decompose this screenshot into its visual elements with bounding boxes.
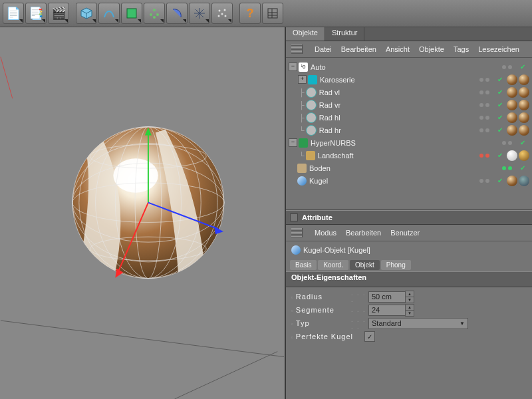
svg-rect-16 (268, 9, 277, 18)
phong-tag-icon[interactable] (519, 176, 529, 186)
attribute-header: Attribute (286, 210, 532, 225)
tool-particle-icon[interactable] (211, 3, 233, 24)
visibility-icon[interactable]: ✔ (497, 152, 503, 159)
svg-point-6 (153, 16, 156, 19)
tool-spline-icon[interactable] (98, 3, 120, 24)
svg-point-13 (221, 13, 223, 15)
tool-renderqueue-icon[interactable]: 🎬 (48, 3, 69, 24)
cylinder-icon (306, 100, 317, 110)
tree-item-rad-hr[interactable]: Rad hr (319, 126, 475, 134)
stepper-radius[interactable]: ▲▼ (405, 291, 414, 303)
expand-icon[interactable]: + (298, 75, 307, 84)
attr-menu-user[interactable]: Benutzer (390, 229, 420, 237)
svg-point-3 (153, 9, 156, 11)
svg-line-22 (175, 352, 278, 399)
visibility-icon[interactable]: ✔ (497, 126, 503, 134)
sphere-icon (297, 176, 307, 186)
field-radius[interactable]: 50 cm (368, 291, 405, 303)
svg-point-11 (219, 10, 221, 12)
tool-render-icon[interactable]: 📄 (3, 3, 24, 24)
landscape-icon (306, 151, 315, 160)
panel-tab-row: Objekte Struktur (286, 27, 532, 41)
main-toolbar: 📄 📑 🎬 ? (0, 0, 532, 27)
viewport[interactable] (0, 27, 286, 399)
right-panel: Objekte Struktur Datei Bearbeiten Ansich… (286, 27, 532, 399)
hypernurbs-icon (299, 138, 308, 148)
subtab-objekt[interactable]: Objekt (350, 260, 380, 270)
select-type[interactable]: Standard▼ (368, 318, 468, 329)
tree-item-auto[interactable]: Auto (311, 63, 498, 71)
visibility-icon[interactable]: ✔ (520, 164, 525, 172)
material-tag-icon[interactable] (519, 74, 529, 85)
properties-panel: Radius. . . . 50 cm ▲▼ Segmente. . . 24 … (286, 287, 532, 399)
objects-menu: Datei Bearbeiten Ansicht Objekte Tags Le… (286, 41, 532, 58)
tool-scene-icon[interactable] (189, 3, 210, 24)
material-tag-icon[interactable] (519, 125, 529, 136)
tool-nurbs-icon[interactable] (121, 3, 142, 24)
checkbox-perfect-sphere[interactable]: ✓ (364, 331, 375, 342)
subtab-koord[interactable]: Koord. (318, 260, 348, 270)
tool-array-icon[interactable] (144, 3, 165, 24)
null-icon: ¹0 (299, 63, 308, 72)
attribute-subtabs: Basis Koord. Objekt Phong (286, 259, 532, 271)
subtab-basis[interactable]: Basis (290, 260, 317, 270)
menu-tags[interactable]: Tags (454, 45, 469, 53)
visibility-icon[interactable]: ✔ (497, 76, 503, 83)
svg-rect-2 (127, 9, 136, 18)
svg-point-4 (150, 13, 152, 16)
tree-item-landschaft[interactable]: Landschaft (318, 152, 475, 160)
polygon-icon (308, 75, 317, 84)
menu-bookmarks[interactable]: Lesezeichen (478, 45, 519, 53)
panel-grip-icon[interactable] (291, 228, 303, 237)
attr-menu-edit[interactable]: Bearbeiten (346, 229, 381, 237)
material-tag-icon[interactable] (507, 112, 517, 123)
tree-item-rad-vl[interactable]: Rad vl (319, 88, 475, 96)
subtab-phong[interactable]: Phong (381, 260, 411, 270)
svg-point-5 (156, 13, 159, 16)
stepper-segments[interactable]: ▲▼ (405, 304, 414, 317)
menu-view[interactable]: Ansicht (386, 45, 410, 53)
tool-renderregion-icon[interactable]: 📑 (25, 3, 47, 24)
tree-item-rad-vr[interactable]: Rad vr (319, 101, 475, 109)
expand-icon[interactable]: − (289, 63, 297, 71)
cylinder-icon (306, 87, 317, 98)
object-tree[interactable]: −¹0Auto✔ +Karosserie✔ ├Rad vl✔ ├Rad vr✔ … (286, 58, 532, 210)
label-segments: Segmente (291, 306, 351, 314)
tab-structure[interactable]: Struktur (325, 27, 365, 41)
material-tag-icon[interactable] (507, 125, 517, 136)
tool-help-icon[interactable]: ? (239, 3, 261, 24)
material-tag-icon[interactable] (507, 74, 517, 85)
material-tag-icon[interactable] (507, 100, 517, 110)
material-tag-icon[interactable] (507, 87, 517, 98)
tab-objects[interactable]: Objekte (286, 27, 325, 41)
visibility-icon[interactable]: ✔ (520, 139, 525, 146)
visibility-icon[interactable]: ✔ (497, 101, 503, 108)
visibility-icon[interactable]: ✔ (497, 177, 503, 184)
tool-deformer-icon[interactable] (166, 3, 188, 24)
field-segments[interactable]: 24 (368, 305, 405, 316)
menu-objects[interactable]: Objekte (419, 45, 444, 53)
visibility-icon[interactable]: ✔ (497, 88, 503, 96)
tree-item-kugel[interactable]: Kugel (309, 177, 475, 185)
tool-manager-icon[interactable] (262, 3, 283, 24)
tree-item-karosserie[interactable]: Karosserie (320, 76, 475, 84)
visibility-icon[interactable]: ✔ (520, 63, 525, 70)
tree-item-rad-hl[interactable]: Rad hl (319, 114, 475, 122)
svg-line-20 (1, 57, 13, 98)
material-tag-icon[interactable] (519, 150, 529, 161)
material-tag-icon[interactable] (519, 112, 529, 123)
material-tag-icon[interactable] (519, 87, 529, 98)
visibility-icon[interactable]: ✔ (497, 114, 503, 121)
material-tag-icon[interactable] (507, 176, 517, 186)
tool-cube-icon[interactable] (76, 3, 97, 24)
material-tag-icon[interactable] (519, 100, 529, 110)
menu-edit[interactable]: Bearbeiten (341, 45, 376, 53)
app-root: 📄 📑 🎬 ? (0, 0, 532, 399)
tree-item-boden[interactable]: Boden (309, 164, 498, 172)
panel-grip-icon[interactable] (291, 45, 303, 54)
expand-icon[interactable]: − (289, 138, 297, 147)
material-tag-icon[interactable] (507, 150, 517, 161)
attr-menu-mode[interactable]: Modus (315, 229, 336, 237)
tree-item-hypernurbs[interactable]: HyperNURBS (311, 139, 498, 147)
menu-file[interactable]: Datei (315, 45, 332, 53)
